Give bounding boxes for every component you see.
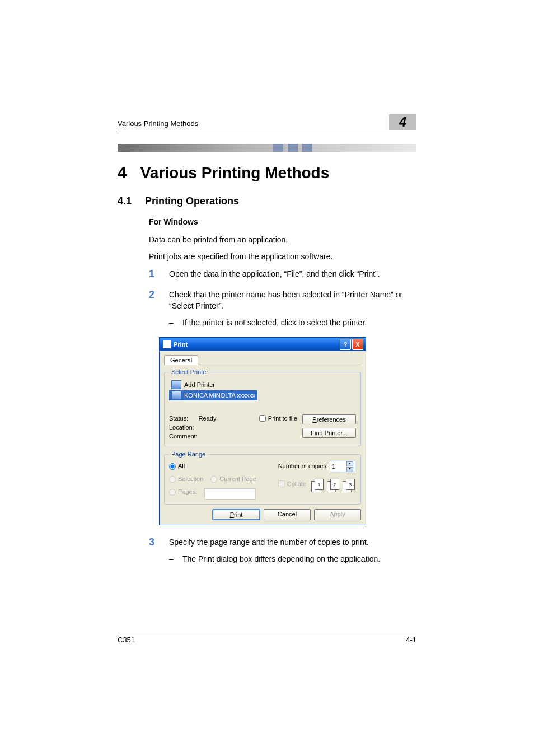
- status-left: Status: Ready Location: Comment:: [169, 414, 216, 441]
- footer-left: C351: [118, 636, 135, 644]
- select-printer-group: Select Printer Add Printer KONICA MINOLT…: [164, 368, 361, 446]
- dash-icon: –: [169, 317, 177, 328]
- printer-icon: [163, 340, 171, 348]
- running-header: Various Printing Methods 4: [118, 112, 416, 130]
- sheet-icon: 2: [330, 479, 339, 490]
- heading-3: For Windows: [149, 217, 416, 226]
- gradient-accent: [273, 144, 312, 152]
- print-to-file-checkbox[interactable]: Print to file: [259, 415, 297, 422]
- comment-label: Comment:: [169, 433, 198, 440]
- heading-1-text: Various Printing Methods: [140, 164, 330, 182]
- step-number: 2: [149, 289, 159, 329]
- status-row: Status: Ready Location: Comment: Print t…: [169, 414, 356, 441]
- heading-2: 4.1 Printing Operations: [118, 195, 416, 207]
- spin-up-icon[interactable]: ▲: [346, 461, 353, 466]
- close-button[interactable]: X: [352, 339, 363, 350]
- print-button[interactable]: Print: [212, 509, 260, 520]
- dialog-actions: Print Cancel Apply: [164, 509, 361, 520]
- print-dialog: Print ? X General Select Printer Add P: [159, 337, 366, 525]
- step-number: 1: [149, 268, 159, 280]
- radio-current-input: [210, 476, 217, 483]
- sub-text: The Print dialog box differs depending o…: [182, 553, 380, 564]
- page-range-inner: All Selection Current Page: [169, 461, 356, 499]
- radio-selection-input: [169, 476, 176, 483]
- step: 1 Open the data in the application, “Fil…: [149, 268, 416, 280]
- printer-icon: [171, 391, 181, 400]
- copies-value: 1: [332, 463, 335, 470]
- dash-icon: –: [169, 553, 177, 564]
- heading-1-number: 4: [118, 163, 127, 182]
- sub-text: If the printer is not selected, click to…: [182, 317, 367, 328]
- spin-down-icon[interactable]: ▼: [346, 467, 353, 472]
- collate-icon: 1 1 2 2 3 3: [311, 479, 356, 492]
- status-right: Print to file Preferences /* keep litera…: [259, 414, 356, 441]
- copies-label: Number of copies:: [278, 463, 328, 469]
- step-text: Check that the printer name has been sel…: [169, 289, 416, 329]
- list-item[interactable]: KONICA MINOLTA xxxxxx: [169, 390, 257, 400]
- step-text-inner: Check that the printer name has been sel…: [169, 290, 402, 310]
- radio-current-page: Current Page: [210, 474, 256, 485]
- radio-selection: Selection: [169, 474, 203, 485]
- page-range-group: Page Range All Selection: [164, 451, 361, 504]
- title-bar[interactable]: Print ? X: [160, 338, 366, 351]
- add-printer-icon: [171, 380, 181, 389]
- heading-2-number: 4.1: [118, 195, 132, 207]
- collate-checkbox: Collate: [278, 480, 306, 487]
- printer-label: KONICA MINOLTA xxxxxx: [184, 392, 255, 399]
- find-printer-button[interactable]: Find Printer...: [302, 428, 356, 438]
- preferences-button[interactable]: Preferences: [302, 414, 356, 424]
- section-gradient-bar: [118, 144, 416, 152]
- chapter-badge: 4: [389, 114, 416, 130]
- paragraph: Print jobs are specified from the applic…: [149, 251, 416, 262]
- radio-all[interactable]: All: [169, 461, 185, 472]
- running-title: Various Printing Methods: [118, 119, 198, 128]
- tab-strip: General: [164, 354, 361, 365]
- page-range-legend: Page Range: [169, 451, 208, 458]
- heading-2-text: Printing Operations: [145, 195, 239, 207]
- step: 3 Specify the page range and the number …: [149, 536, 416, 565]
- sheet-icon: 1: [315, 479, 324, 490]
- sub-item: – The Print dialog box differs depending…: [169, 553, 416, 564]
- radio-pages-input: [169, 489, 176, 496]
- step: 2 Check that the printer name has been s…: [149, 289, 416, 329]
- dialog-body: General Select Printer Add Printer KONIC…: [160, 351, 366, 524]
- tab-general[interactable]: General: [164, 355, 198, 365]
- spin-buttons[interactable]: ▲ ▼: [346, 461, 353, 472]
- range-left: All Selection Current Page: [169, 461, 262, 499]
- sub-item: – If the printer is not selected, click …: [169, 317, 416, 328]
- footer-right: 4-1: [406, 636, 416, 644]
- select-printer-legend: Select Printer: [169, 368, 210, 375]
- cancel-button[interactable]: Cancel: [264, 509, 311, 520]
- step-number: 3: [149, 536, 159, 565]
- add-printer-label: Add Printer: [184, 381, 215, 388]
- step-text: Open the data in the application, “File”…: [169, 268, 416, 280]
- collate-input: [278, 480, 285, 487]
- print-to-file-label: Print to file: [268, 415, 297, 422]
- apply-button: Apply: [314, 509, 361, 520]
- status-label: Status:: [169, 415, 188, 422]
- status-value: Ready: [199, 415, 217, 422]
- body-indent: For Windows Data can be printed from an …: [149, 217, 416, 564]
- radio-all-input[interactable]: [169, 463, 176, 470]
- step-text-inner: Specify the page range and the number of…: [169, 538, 368, 547]
- list-item[interactable]: Add Printer: [169, 380, 217, 390]
- copies-stepper[interactable]: 1 ▲ ▼: [330, 461, 355, 472]
- running-footer: C351 4-1: [118, 632, 416, 644]
- paragraph: Data can be printed from an application.: [149, 234, 416, 245]
- dialog-title: Print: [174, 341, 188, 348]
- range-right: Number of copies: 1 ▲ ▼: [278, 461, 356, 499]
- pages-input: [204, 488, 256, 500]
- print-to-file-input[interactable]: [259, 415, 266, 422]
- sheet-icon: 3: [346, 479, 355, 490]
- page: Various Printing Methods 4 4 Various Pri…: [0, 0, 534, 756]
- help-button[interactable]: ?: [340, 339, 351, 350]
- printer-list[interactable]: Add Printer KONICA MINOLTA xxxxxx: [169, 379, 356, 405]
- location-label: Location:: [169, 424, 194, 431]
- heading-1: 4 Various Printing Methods: [118, 163, 416, 182]
- step-text: Specify the page range and the number of…: [169, 536, 416, 565]
- radio-pages: Pages:: [169, 487, 197, 498]
